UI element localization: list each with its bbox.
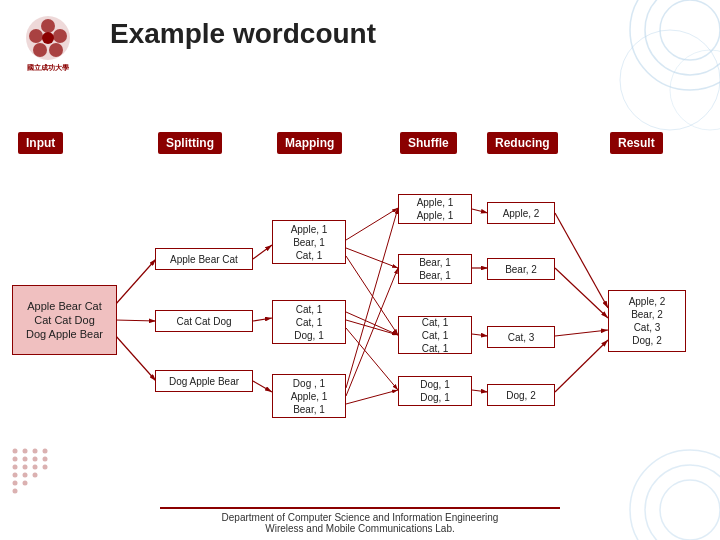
- svg-line-36: [555, 213, 608, 308]
- reducing-box-3: Cat, 3: [487, 326, 555, 348]
- shuffle-box-4: Dog, 1 Dog, 1: [398, 376, 472, 406]
- page-title: Example wordcount: [110, 18, 376, 50]
- svg-line-27: [346, 320, 398, 335]
- svg-point-1: [645, 0, 720, 75]
- svg-line-18: [115, 320, 156, 321]
- svg-line-21: [253, 318, 272, 321]
- svg-line-34: [472, 334, 488, 336]
- bg-decoration-br: [560, 420, 720, 540]
- shuffle-box-1: Apple, 1 Apple, 1: [398, 194, 472, 224]
- svg-point-55: [13, 481, 18, 486]
- stage-result: Result: [610, 132, 663, 154]
- footer: Department of Computer Science and Infor…: [160, 507, 560, 534]
- shuffle-box-3: Cat, 1 Cat, 1 Cat, 1: [398, 316, 472, 354]
- svg-point-2: [660, 0, 720, 60]
- svg-point-56: [23, 481, 28, 486]
- svg-point-51: [43, 465, 48, 470]
- mapping-box-3: Dog , 1 Apple, 1 Bear, 1: [272, 374, 346, 418]
- svg-point-12: [33, 43, 47, 57]
- svg-line-30: [346, 268, 398, 396]
- svg-point-48: [13, 465, 18, 470]
- svg-point-42: [33, 449, 38, 454]
- svg-point-6: [645, 465, 720, 540]
- svg-line-17: [115, 259, 156, 305]
- svg-line-22: [253, 381, 272, 392]
- shuffle-box-2: Bear, 1 Bear, 1: [398, 254, 472, 284]
- reducing-box-2: Bear, 2: [487, 258, 555, 280]
- input-box: Apple Bear Cat Cat Cat Dog Dog Apple Bea…: [12, 285, 117, 355]
- mapping-box-1: Apple, 1 Bear, 1 Cat, 1: [272, 220, 346, 264]
- mapping-box-2: Cat, 1 Cat, 1 Dog, 1: [272, 300, 346, 344]
- footer-line2: Wireless and Mobile Communications Lab.: [160, 523, 560, 534]
- svg-line-29: [346, 208, 398, 388]
- svg-point-9: [41, 19, 55, 33]
- svg-line-24: [346, 248, 398, 268]
- svg-point-44: [13, 457, 18, 462]
- svg-line-35: [472, 390, 488, 392]
- stage-splitting: Splitting: [158, 132, 222, 154]
- svg-point-11: [49, 43, 63, 57]
- svg-line-23: [346, 208, 398, 240]
- logo: 國立成功大學: [8, 8, 88, 78]
- svg-point-46: [33, 457, 38, 462]
- footer-line1: Department of Computer Science and Infor…: [160, 512, 560, 523]
- stage-mapping: Mapping: [277, 132, 342, 154]
- stage-shuffle: Shuffle: [400, 132, 457, 154]
- svg-point-45: [23, 457, 28, 462]
- splitting-box-3: Dog Apple Bear: [155, 370, 253, 392]
- svg-line-32: [472, 209, 488, 213]
- svg-point-13: [29, 29, 43, 43]
- svg-point-5: [630, 450, 720, 540]
- svg-point-49: [23, 465, 28, 470]
- svg-point-7: [660, 480, 720, 540]
- svg-text:國立成功大學: 國立成功大學: [27, 63, 69, 71]
- splitting-box-2: Cat Cat Dog: [155, 310, 253, 332]
- svg-point-52: [13, 473, 18, 478]
- svg-line-38: [555, 330, 608, 336]
- svg-point-0: [630, 0, 720, 90]
- svg-point-4: [670, 50, 720, 130]
- svg-line-28: [346, 328, 398, 390]
- svg-line-20: [253, 245, 272, 259]
- svg-line-39: [555, 340, 608, 392]
- svg-line-25: [346, 256, 398, 335]
- stage-input: Input: [18, 132, 63, 154]
- reducing-box-4: Dog, 2: [487, 384, 555, 406]
- svg-point-10: [53, 29, 67, 43]
- svg-point-40: [13, 449, 18, 454]
- svg-point-14: [42, 32, 54, 44]
- svg-point-53: [23, 473, 28, 478]
- svg-point-43: [43, 449, 48, 454]
- svg-line-31: [346, 390, 398, 404]
- svg-point-50: [33, 465, 38, 470]
- svg-line-26: [346, 312, 398, 335]
- dots-decoration: [10, 446, 90, 510]
- reducing-box-1: Apple, 2: [487, 202, 555, 224]
- svg-line-19: [115, 335, 156, 381]
- svg-point-54: [33, 473, 38, 478]
- svg-line-37: [555, 268, 608, 318]
- svg-point-3: [620, 30, 720, 130]
- bg-decoration: [520, 0, 720, 200]
- splitting-box-1: Apple Bear Cat: [155, 248, 253, 270]
- svg-point-41: [23, 449, 28, 454]
- svg-point-57: [13, 489, 18, 494]
- result-box: Apple, 2 Bear, 2 Cat, 3 Dog, 2: [608, 290, 686, 352]
- svg-point-47: [43, 457, 48, 462]
- stage-reducing: Reducing: [487, 132, 558, 154]
